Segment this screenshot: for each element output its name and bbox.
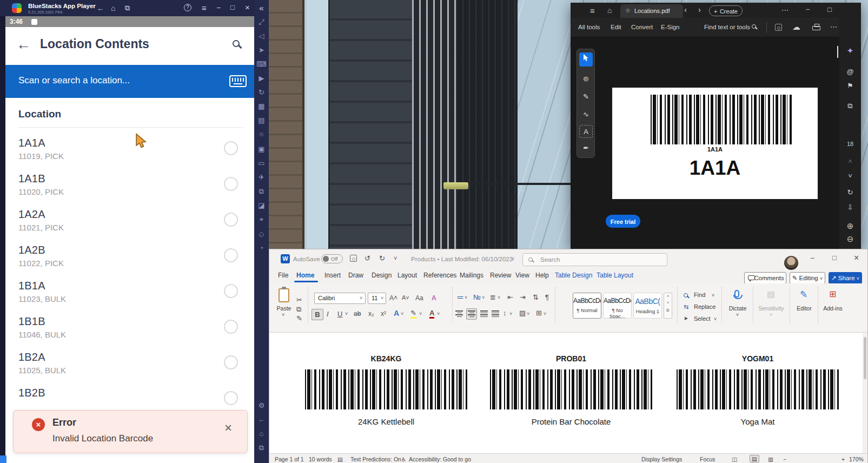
- tab-mailings[interactable]: Mailings: [460, 272, 483, 279]
- text-effects-button[interactable]: A: [394, 309, 399, 318]
- borders-button[interactable]: ⊞: [536, 309, 542, 317]
- paste-button[interactable]: Paste ˅: [274, 287, 294, 321]
- scan-search-bar[interactable]: Scan or search a location...: [5, 65, 254, 98]
- shading-caret-icon[interactable]: ˅: [527, 311, 529, 316]
- print-layout-icon[interactable]: ▤: [750, 455, 759, 462]
- radio-button[interactable]: [224, 391, 238, 405]
- help-icon[interactable]: ?: [184, 4, 191, 11]
- redo-icon[interactable]: ↻: [379, 254, 385, 262]
- acrobat-minimize-icon[interactable]: −: [806, 5, 810, 14]
- editing-mode-button[interactable]: ✎ Editing ˅: [790, 272, 825, 284]
- sidebar-gallery-icon[interactable]: ▭: [254, 160, 269, 167]
- all-tools-menu[interactable]: All tools: [578, 24, 600, 30]
- comments-panel-icon[interactable]: @: [839, 68, 861, 76]
- quick-access-caret-icon[interactable]: ˅: [394, 255, 397, 261]
- sidebar-fullscreen-icon[interactable]: ⤢: [254, 18, 269, 26]
- numbering-caret-icon[interactable]: ˅: [482, 295, 485, 300]
- find-ribbon-icon[interactable]: [684, 293, 688, 297]
- esign-menu[interactable]: E-Sign: [661, 24, 680, 30]
- bullets-button[interactable]: ≔: [457, 293, 464, 301]
- document-scrollbar[interactable]: [863, 333, 867, 453]
- zoom-in-control[interactable]: +: [842, 456, 845, 462]
- tab-table-design[interactable]: Table Design: [555, 272, 592, 279]
- sidebar-play-icon[interactable]: ▶: [254, 75, 269, 82]
- pdf-page[interactable]: 1A1A 1A1A: [612, 88, 818, 199]
- acrobat-menu-icon[interactable]: ≡: [590, 6, 595, 15]
- gallery-down-icon[interactable]: ˅: [664, 300, 672, 306]
- underline-caret-icon[interactable]: ˅: [345, 311, 348, 316]
- sidebar-layers-icon[interactable]: ◇: [254, 230, 269, 238]
- share-button[interactable]: ↗ Share ˅: [829, 272, 862, 284]
- fill-sign-tool[interactable]: ✒: [579, 141, 593, 155]
- free-trial-button[interactable]: Free trial: [606, 215, 640, 228]
- tab-view[interactable]: View: [515, 272, 529, 279]
- tab-table-layout[interactable]: Table Layout: [597, 272, 633, 279]
- comments-button[interactable]: Comments: [744, 272, 786, 284]
- sidebar-back-icon[interactable]: ←: [254, 416, 269, 424]
- replace-button[interactable]: Replace: [694, 303, 715, 310]
- borders-caret-icon[interactable]: ˅: [544, 311, 546, 316]
- increase-indent-button[interactable]: ⇥: [520, 293, 526, 301]
- bullets-caret-icon[interactable]: ˅: [465, 295, 467, 300]
- read-mode-icon[interactable]: ◫: [732, 456, 737, 462]
- toolbar-more-icon[interactable]: ⋯: [830, 23, 837, 31]
- show-marks-button[interactable]: ¶: [545, 293, 549, 301]
- highlight-caret-icon[interactable]: ˅: [419, 311, 422, 316]
- zoom-in-icon[interactable]: ⊕: [839, 221, 861, 231]
- font-name-select[interactable]: Calibri ˅: [314, 293, 366, 304]
- cut-icon[interactable]: ✂: [296, 296, 302, 304]
- addins-button[interactable]: ⊞ Add-ins: [820, 289, 845, 321]
- font-color-caret-icon[interactable]: ˅: [437, 311, 440, 316]
- dictate-button[interactable]: Dictate ˅: [725, 289, 750, 321]
- sidebar-multi-instance-icon[interactable]: ⧉: [254, 188, 269, 195]
- minimize-icon[interactable]: −: [216, 3, 221, 12]
- tab-file[interactable]: File: [278, 272, 288, 279]
- edit-menu[interactable]: Edit: [611, 24, 621, 30]
- acrobat-home-icon[interactable]: ⌂: [607, 6, 612, 15]
- sidebar-eraser-icon[interactable]: ◪: [254, 202, 269, 209]
- select-button[interactable]: Select: [694, 315, 711, 322]
- radio-button[interactable]: [224, 213, 238, 227]
- line-spacing-button[interactable]: ↕: [503, 309, 507, 317]
- word-minimize-icon[interactable]: −: [810, 254, 814, 262]
- styles-gallery-scroll[interactable]: ˄ ˅ ≡: [664, 293, 672, 319]
- shrink-font-button[interactable]: A˅: [402, 294, 409, 301]
- grow-font-button[interactable]: A˄: [389, 294, 397, 302]
- sort-button[interactable]: ⇅: [533, 293, 539, 301]
- sidebar-keyboard-icon[interactable]: ⌨: [254, 61, 269, 68]
- strikethrough-button[interactable]: ab: [354, 310, 361, 318]
- tab-references[interactable]: References: [423, 272, 456, 279]
- focus-mode[interactable]: Focus: [700, 456, 715, 462]
- search-icon[interactable]: [233, 40, 240, 47]
- font-color-button[interactable]: A: [429, 309, 434, 319]
- justify-button[interactable]: [491, 309, 500, 317]
- tab-home[interactable]: Home: [296, 272, 314, 279]
- star-icon[interactable]: ☆: [625, 7, 631, 14]
- app-back-icon[interactable]: ←: [16, 36, 31, 53]
- clear-format-button[interactable]: A: [432, 294, 436, 302]
- rotate-page-icon[interactable]: ↻: [839, 188, 861, 196]
- superscript-button[interactable]: x²: [381, 310, 386, 318]
- undo-icon[interactable]: ↺: [365, 254, 370, 262]
- change-case-button[interactable]: Aa: [415, 294, 423, 302]
- tab-layout[interactable]: Layout: [397, 272, 417, 279]
- zoom-out-control[interactable]: −: [783, 456, 786, 462]
- align-center-button[interactable]: [466, 308, 477, 320]
- format-painter-icon[interactable]: ✎: [296, 314, 302, 322]
- radio-button[interactable]: [224, 320, 238, 334]
- word-count[interactable]: 10 words: [309, 456, 332, 462]
- bold-button[interactable]: B: [312, 309, 323, 320]
- style-no-spacing[interactable]: AaBbCcDc ¶ No Spac...: [603, 293, 632, 319]
- web-layout-icon[interactable]: ▥: [768, 456, 773, 462]
- copy-icon[interactable]: ⧉: [296, 305, 301, 314]
- page-up-icon[interactable]: ˄: [839, 157, 861, 166]
- bookmarks-panel-icon[interactable]: ⚑: [839, 82, 861, 90]
- keyboard-icon[interactable]: [229, 75, 247, 87]
- word-search-box[interactable]: Search: [522, 253, 667, 266]
- italic-button[interactable]: I: [327, 310, 329, 318]
- tab-draw[interactable]: Draw: [348, 272, 363, 279]
- radio-button[interactable]: [224, 177, 238, 191]
- home-icon[interactable]: ⌂: [111, 4, 115, 12]
- font-size-select[interactable]: 11 ˅: [368, 293, 386, 304]
- maximize-icon[interactable]: □: [230, 3, 235, 11]
